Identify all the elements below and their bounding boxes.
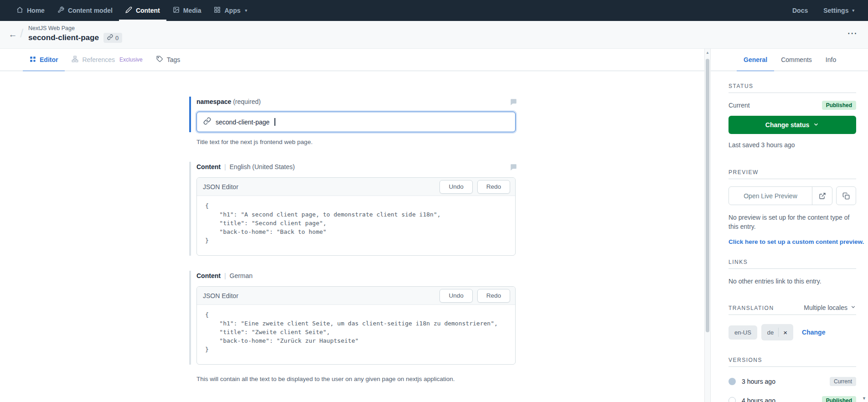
json-code-de[interactable]: { "h1": "Eine zweite client Seite, um da… xyxy=(197,305,515,364)
content-de-label: Content|German xyxy=(196,272,253,279)
entry-editor-panel: namespace (required) second-client-page … xyxy=(0,71,704,402)
json-code-en[interactable]: { "h1": "A second client page, to demons… xyxy=(197,196,515,255)
content-help-text: This will contain all the text to be dis… xyxy=(196,376,517,382)
version-time: 4 hours ago xyxy=(742,397,775,402)
scroll-down-arrow[interactable]: ▼ xyxy=(862,396,866,401)
links-count-badge[interactable]: 0 xyxy=(103,33,122,43)
tab-general[interactable]: General xyxy=(737,49,774,72)
json-editor-de: JSON Editor Undo Redo { "h1": "Eine zwei… xyxy=(196,286,516,365)
locale-pill-en-us[interactable]: en-US xyxy=(728,325,757,340)
locales-mode-dropdown[interactable]: Multiple locales xyxy=(804,304,856,311)
field-content-de: Content|German JSON Editor Undo Redo { "… xyxy=(189,271,517,365)
nav-item-media[interactable]: Media xyxy=(166,0,208,21)
versions-heading: VERSIONS xyxy=(728,357,856,367)
json-editor-en: JSON Editor Undo Redo { "h1": "A second … xyxy=(196,177,516,256)
version-badge: Published xyxy=(822,396,856,402)
tab-references[interactable]: References Exclusive xyxy=(65,49,149,72)
setup-preview-link[interactable]: Click here to set up a custom content pr… xyxy=(728,238,856,245)
links-count: 0 xyxy=(115,35,119,41)
field-namespace: namespace (required) second-client-page xyxy=(189,97,517,132)
status-heading: STATUS xyxy=(728,83,856,93)
main-scrollbar[interactable]: ▲ xyxy=(704,49,711,402)
nav-item-home[interactable]: Home xyxy=(10,0,51,21)
exclusive-tag: Exclusive xyxy=(119,57,143,63)
entry-sidebar: STATUS Current Published Change status L… xyxy=(711,71,868,402)
version-time: 3 hours ago xyxy=(742,378,775,385)
undo-button[interactable]: Undo xyxy=(439,289,472,303)
scrollbar-thumb[interactable] xyxy=(706,59,709,332)
radio-unselected-icon[interactable] xyxy=(728,397,736,402)
comment-icon[interactable] xyxy=(510,164,517,170)
link-icon xyxy=(203,117,211,127)
apps-icon xyxy=(214,6,221,15)
chevron-down-icon: ▾ xyxy=(852,8,854,13)
editor-icon xyxy=(30,56,36,64)
preview-note: No preview is set up for the content typ… xyxy=(728,213,856,231)
last-saved-text: Last saved 3 hours ago xyxy=(728,141,856,149)
main-nav: Home Content model Content Media Apps ▾ xyxy=(0,0,253,21)
app-window: Home Content model Content Media Apps ▾ … xyxy=(0,0,868,402)
tab-info[interactable]: Info xyxy=(819,49,843,72)
content-en-label: Content|English (United States) xyxy=(196,163,295,170)
pen-icon xyxy=(125,6,132,15)
external-link-icon[interactable] xyxy=(812,187,832,205)
open-live-preview-button[interactable]: Open Live Preview xyxy=(728,186,832,205)
namespace-input[interactable]: second-client-page xyxy=(196,112,516,132)
chevron-down-icon xyxy=(813,121,819,129)
nav-item-settings[interactable]: Settings▾ xyxy=(823,7,854,14)
text-cursor xyxy=(274,118,275,126)
back-button[interactable]: ← xyxy=(6,28,19,41)
scroll-up-arrow[interactable]: ▲ xyxy=(705,51,710,55)
tag-icon xyxy=(156,56,163,64)
translation-heading: TRANSLATION xyxy=(728,305,774,311)
radio-selected-icon[interactable] xyxy=(728,378,736,385)
nav-item-content[interactable]: Content xyxy=(119,0,166,21)
preview-section: PREVIEW Open Live Preview No preview is … xyxy=(728,169,856,245)
namespace-value: second-client-page xyxy=(216,119,269,126)
close-icon[interactable]: × xyxy=(783,329,787,336)
nav-item-label: Media xyxy=(183,7,202,14)
content-type-label: NextJS Web Page xyxy=(28,25,122,31)
nav-item-label: Home xyxy=(27,7,45,14)
top-navbar: Home Content model Content Media Apps ▾ … xyxy=(0,0,868,21)
version-row[interactable]: 3 hours ago Current xyxy=(728,377,856,386)
media-icon xyxy=(173,6,180,15)
redo-button[interactable]: Redo xyxy=(477,180,510,194)
tab-editor[interactable]: Editor xyxy=(23,49,65,72)
nav-item-docs[interactable]: Docs xyxy=(792,7,808,14)
links-section: LINKS No other entries link to this entr… xyxy=(728,259,856,286)
home-icon xyxy=(16,6,23,15)
change-locales-link[interactable]: Change xyxy=(802,329,825,336)
copy-icon[interactable] xyxy=(836,186,856,205)
undo-button[interactable]: Undo xyxy=(439,180,472,194)
versions-section: VERSIONS 3 hours ago Current 4 hours ago… xyxy=(728,357,856,402)
version-row[interactable]: 4 hours ago Published xyxy=(728,396,856,402)
more-actions-button[interactable]: ⋯ xyxy=(847,27,858,39)
locale-pill-de[interactable]: de × xyxy=(761,324,793,340)
tab-tags[interactable]: Tags xyxy=(150,49,187,72)
nav-item-apps[interactable]: Apps ▾ xyxy=(207,0,253,21)
status-badge: Published xyxy=(822,101,856,110)
comment-icon[interactable] xyxy=(510,98,517,105)
wrench-icon xyxy=(57,6,64,15)
field-content-en: Content|English (United States) JSON Edi… xyxy=(189,162,517,256)
version-badge: Current xyxy=(830,377,856,386)
namespace-help-text: Title text for the next js frontend web … xyxy=(196,139,517,145)
json-editor-title: JSON Editor xyxy=(203,183,238,191)
preview-heading: PREVIEW xyxy=(728,169,856,179)
redo-button[interactable]: Redo xyxy=(477,289,510,303)
namespace-label: namespace (required) xyxy=(196,98,261,105)
nav-item-label: Content xyxy=(136,7,160,14)
translation-section: TRANSLATION Multiple locales en-US de × … xyxy=(728,304,856,340)
tab-comments[interactable]: Comments xyxy=(774,49,819,72)
nav-item-content-model[interactable]: Content model xyxy=(51,0,119,21)
nav-right: Docs Settings▾ xyxy=(792,0,868,21)
entry-header: ← / NextJS Web Page second-client-page 0… xyxy=(0,21,868,49)
breadcrumb: NextJS Web Page second-client-page 0 xyxy=(28,25,122,43)
entry-tabs: Editor References Exclusive Tags xyxy=(23,49,187,71)
json-editor-title: JSON Editor xyxy=(203,292,238,299)
pill-divider xyxy=(778,328,779,337)
links-note: No other entries link to this entry. xyxy=(728,277,856,286)
sidebar-tabs: General Comments Info xyxy=(737,49,843,71)
change-status-button[interactable]: Change status xyxy=(728,116,856,134)
